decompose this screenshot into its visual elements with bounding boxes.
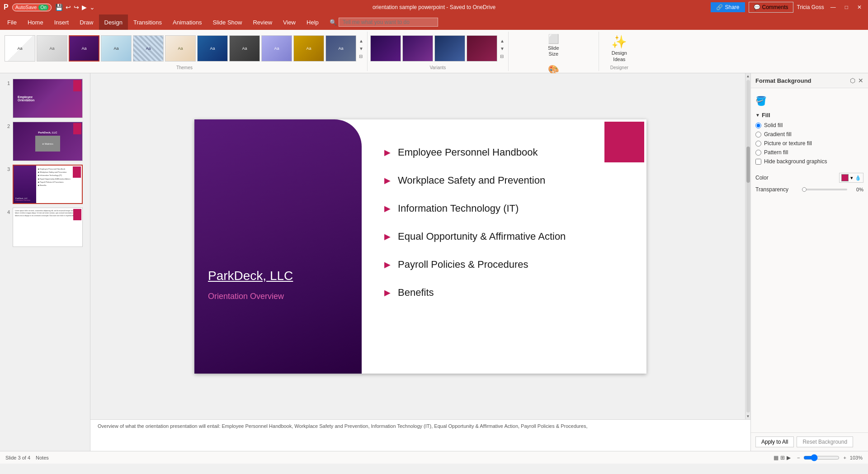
theme-3-active[interactable]: Aa xyxy=(69,35,99,62)
solid-fill-option[interactable]: Solid fill xyxy=(755,122,863,128)
slide-thumb-1[interactable]: 1 EmployeeOrientation xyxy=(0,77,90,120)
menu-view[interactable]: View xyxy=(278,14,301,30)
minimize-button[interactable]: — xyxy=(828,3,839,11)
theme-9[interactable]: Aa xyxy=(261,35,292,62)
notes-button[interactable]: Notes xyxy=(36,455,49,460)
variant-4[interactable] xyxy=(467,35,497,62)
scroll-track[interactable] xyxy=(746,80,750,412)
theme-1[interactable]: Aa xyxy=(5,35,35,62)
variants-up-icon[interactable]: ▲ xyxy=(499,38,505,44)
reading-view-button[interactable]: ▶ xyxy=(787,455,791,461)
fill-expand-icon[interactable]: ▼ xyxy=(755,113,760,118)
slide-bullet-1: ▶ Employee Personnel Handbook xyxy=(384,147,628,158)
color-picker-button[interactable]: ▾ 💧 xyxy=(839,173,863,183)
comments-button[interactable]: 💬 Comments xyxy=(749,2,793,13)
apply-to-all-button[interactable]: Apply to All xyxy=(755,436,794,447)
solid-fill-label: Solid fill xyxy=(764,122,783,128)
menu-insert[interactable]: Insert xyxy=(49,14,75,30)
slide-thumbnail-3[interactable]: ParkDeck, LLC Orientation Overview ▶ Emp… xyxy=(13,165,83,204)
panel-resize-icon[interactable]: ⬡ xyxy=(850,77,855,84)
menu-slideshow[interactable]: Slide Show xyxy=(207,14,247,30)
menu-help[interactable]: Help xyxy=(301,14,324,30)
menu-file[interactable]: File xyxy=(2,14,22,30)
theme-11[interactable]: Aa xyxy=(326,35,356,62)
theme-8[interactable]: Aa xyxy=(229,35,260,62)
theme-5[interactable]: Aa xyxy=(133,35,164,62)
picture-fill-option[interactable]: Picture or texture fill xyxy=(755,140,863,147)
slide-thumb-3[interactable]: 3 ParkDeck, LLC Orientation Overview ▶ E… xyxy=(0,163,90,206)
pattern-fill-radio[interactable] xyxy=(755,150,761,156)
design-ideas-button[interactable]: ✨ DesignIdeas xyxy=(608,33,631,64)
menu-animations[interactable]: Animations xyxy=(167,14,207,30)
variant-2[interactable] xyxy=(402,35,433,62)
theme-4[interactable]: Aa xyxy=(101,35,132,62)
themes-up-icon[interactable]: ▲ xyxy=(358,38,364,44)
more-icon[interactable]: ⌄ xyxy=(90,4,95,11)
reset-background-button[interactable]: Reset Background xyxy=(797,436,853,447)
undo-icon[interactable]: ↩ xyxy=(66,4,71,11)
normal-view-button[interactable]: ▦ xyxy=(774,455,778,461)
present-icon[interactable]: ▶ xyxy=(82,4,87,11)
gradient-fill-option[interactable]: Gradient fill xyxy=(755,131,863,137)
autosave-on[interactable]: On xyxy=(38,5,48,10)
autosave-toggle[interactable]: AutoSave On xyxy=(12,4,52,11)
slide-thumbnail-1[interactable]: EmployeeOrientation xyxy=(13,79,83,118)
close-button[interactable]: ✕ xyxy=(854,3,864,11)
bullet-arrow-5: ▶ xyxy=(384,260,391,270)
menu-home[interactable]: Home xyxy=(22,14,49,30)
variant-1[interactable] xyxy=(370,35,401,62)
slide-thumbnail-4[interactable]: Lorem ipsum dolor sit amet, consectetur … xyxy=(13,208,83,247)
paint-bucket-area: 🪣 xyxy=(755,93,863,109)
theme-2[interactable]: Aa xyxy=(37,35,67,62)
scroll-thumb[interactable] xyxy=(746,147,750,183)
color-dropdown-icon[interactable]: ▾ xyxy=(850,175,853,181)
zoom-out-icon[interactable]: − xyxy=(797,455,800,460)
share-button[interactable]: 🔗 Share xyxy=(711,2,745,12)
save-icon[interactable]: 💾 xyxy=(55,4,63,11)
themes-more-icon[interactable]: ⊟ xyxy=(358,53,364,60)
menu-draw[interactable]: Draw xyxy=(74,14,99,30)
themes-down-icon[interactable]: ▼ xyxy=(358,45,364,52)
canvas-center: ▲ ▼ ParkDeck, LLC Orientation Overview xyxy=(90,73,750,419)
redo-icon[interactable]: ↪ xyxy=(74,4,79,11)
variant-3[interactable] xyxy=(434,35,465,62)
slide-bullet-2: ▶ Workplace Safety and Prevention xyxy=(384,175,628,186)
themes-group: Aa Aa Aa Aa Aa Aa Aa Aa Aa Aa Aa ▲ ▼ ⊟ xyxy=(2,32,368,71)
slide-sorter-button[interactable]: ⊞ xyxy=(780,455,785,461)
zoom-slider[interactable] xyxy=(803,454,840,461)
menu-transitions[interactable]: Transitions xyxy=(128,14,167,30)
slide-info: Slide 3 of 4 xyxy=(5,455,30,460)
v-scrollbar[interactable]: ▲ ▼ xyxy=(745,73,750,419)
hide-bg-checkbox[interactable] xyxy=(755,159,761,165)
variants-more-icon[interactable]: ⊟ xyxy=(499,53,505,60)
slider-thumb[interactable] xyxy=(802,187,807,192)
hide-bg-option[interactable]: Hide background graphics xyxy=(755,158,863,165)
slide-thumb-4[interactable]: 4 Lorem ipsum dolor sit amet, consectetu… xyxy=(0,206,90,249)
status-right: ▦ ⊞ ▶ − + 103% xyxy=(771,454,863,461)
thumb1-pink-accent xyxy=(73,80,81,91)
menu-review[interactable]: Review xyxy=(247,14,278,30)
theme-6[interactable]: Aa xyxy=(165,35,196,62)
slide-num-4: 4 xyxy=(4,209,10,215)
picture-fill-radio[interactable] xyxy=(755,141,761,147)
pattern-fill-option[interactable]: Pattern fill xyxy=(755,149,863,156)
scroll-up-icon[interactable]: ▲ xyxy=(745,73,750,79)
zoom-in-icon[interactable]: + xyxy=(843,455,846,460)
search-input[interactable] xyxy=(339,18,438,27)
slide-canvas: ParkDeck, LLC Orientation Overview ▶ Emp… xyxy=(194,119,646,374)
scroll-down-icon[interactable]: ▼ xyxy=(745,413,750,419)
gradient-fill-radio[interactable] xyxy=(755,132,761,137)
panel-close-icon[interactable]: ✕ xyxy=(858,77,863,84)
color-dropper-icon[interactable]: 💧 xyxy=(855,175,861,181)
slide-thumb-2[interactable]: 2 ParkDeck, LLC ★ Makmos xyxy=(0,120,90,163)
theme-7[interactable]: Aa xyxy=(197,35,228,62)
menu-design[interactable]: Design xyxy=(99,14,128,30)
slide-thumbnail-2[interactable]: ParkDeck, LLC ★ Makmos xyxy=(13,122,83,161)
slide-size-button[interactable]: ⬜ SlideSize xyxy=(544,32,563,59)
variants-down-icon[interactable]: ▼ xyxy=(499,45,505,52)
transparency-slider[interactable] xyxy=(802,189,847,190)
maximize-button[interactable]: □ xyxy=(842,3,851,11)
solid-fill-radio[interactable] xyxy=(755,123,761,128)
theme-10[interactable]: Aa xyxy=(293,35,324,62)
slide-bullet-5: ▶ Payroll Policies & Procedures xyxy=(384,259,628,270)
